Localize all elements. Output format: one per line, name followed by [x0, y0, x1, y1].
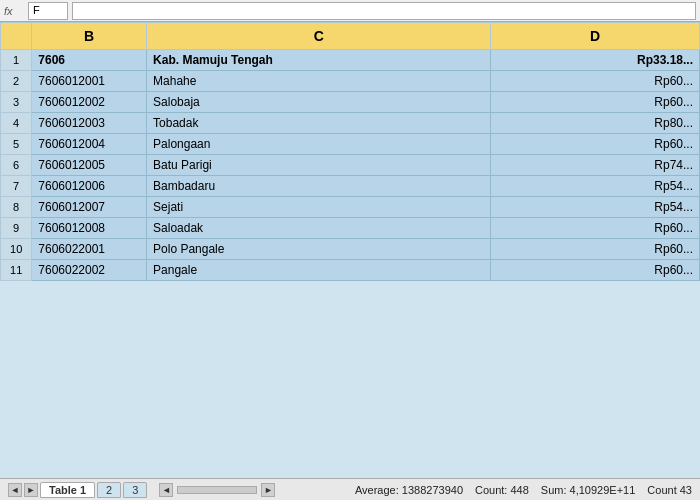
- cell-c[interactable]: Kab. Mamuju Tengah: [147, 50, 491, 71]
- formula-bar: fx F: [0, 0, 700, 22]
- cell-c[interactable]: Polo Pangale: [147, 239, 491, 260]
- row-number: 6: [1, 155, 32, 176]
- row-number: 9: [1, 218, 32, 239]
- fx-icon: fx: [4, 5, 24, 17]
- table-row[interactable]: 57606012004PalongaanRp60...: [1, 134, 700, 155]
- table-row[interactable]: 67606012005Batu ParigiRp74...: [1, 155, 700, 176]
- spreadsheet-table: B C D 17606Kab. Mamuju TengahRp33.18...2…: [0, 22, 700, 472]
- table-row[interactable]: 37606012002SalobajaRp60...: [1, 92, 700, 113]
- cell-c[interactable]: Sejati: [147, 197, 491, 218]
- scroll-right[interactable]: ►: [261, 483, 275, 497]
- cell-c[interactable]: Bambadaru: [147, 176, 491, 197]
- table-row[interactable]: 117606022002PangaleRp60...: [1, 260, 700, 281]
- cell-c[interactable]: Batu Parigi: [147, 155, 491, 176]
- table-row[interactable]: 47606012003TobadakRp80...: [1, 113, 700, 134]
- col-header-b[interactable]: B: [32, 23, 147, 50]
- row-number: 7: [1, 176, 32, 197]
- cell-b[interactable]: 7606022002: [32, 260, 147, 281]
- scroll-nav: ◄ ►: [159, 483, 275, 497]
- col-header-d[interactable]: D: [491, 23, 700, 50]
- table-row[interactable]: 17606Kab. Mamuju TengahRp33.18...: [1, 50, 700, 71]
- cell-d[interactable]: Rp80...: [491, 113, 700, 134]
- cell-b[interactable]: 7606012001: [32, 71, 147, 92]
- col-header-c[interactable]: C: [147, 23, 491, 50]
- cell-d[interactable]: Rp60...: [491, 239, 700, 260]
- tab-scroll-right[interactable]: ►: [24, 483, 38, 497]
- row-number: 4: [1, 113, 32, 134]
- row-number: 5: [1, 134, 32, 155]
- row-number: 2: [1, 71, 32, 92]
- count-43: Count 43: [647, 484, 692, 496]
- cell-b[interactable]: 7606012003: [32, 113, 147, 134]
- count-stat: Count: 448: [475, 484, 529, 496]
- cell-c[interactable]: Tobadak: [147, 113, 491, 134]
- sheet-tab-1[interactable]: Table 1: [40, 482, 95, 498]
- cell-d[interactable]: Rp60...: [491, 134, 700, 155]
- row-number: 1: [1, 50, 32, 71]
- cell-d[interactable]: Rp54...: [491, 176, 700, 197]
- table-row[interactable]: 87606012007SejatiRp54...: [1, 197, 700, 218]
- cell-b[interactable]: 7606012008: [32, 218, 147, 239]
- cell-b[interactable]: 7606012007: [32, 197, 147, 218]
- cell-c[interactable]: Pangale: [147, 260, 491, 281]
- table-row[interactable]: 97606012008SaloadakRp60...: [1, 218, 700, 239]
- horizontal-scrollbar[interactable]: [177, 486, 257, 494]
- cell-c[interactable]: Mahahe: [147, 71, 491, 92]
- cell-b[interactable]: 7606012002: [32, 92, 147, 113]
- scroll-left[interactable]: ◄: [159, 483, 173, 497]
- cell-d[interactable]: Rp60...: [491, 71, 700, 92]
- corner-header: [1, 23, 32, 50]
- table-row[interactable]: 77606012006BambadaruRp54...: [1, 176, 700, 197]
- cell-b[interactable]: 7606022001: [32, 239, 147, 260]
- cell-b[interactable]: 7606: [32, 50, 147, 71]
- average-stat: Average: 1388273940: [355, 484, 463, 496]
- cell-b[interactable]: 7606012004: [32, 134, 147, 155]
- table-row[interactable]: 27606012001MahaheRp60...: [1, 71, 700, 92]
- sum-stat: Sum: 4,10929E+11: [541, 484, 636, 496]
- sheet-tab-2[interactable]: 2: [97, 482, 121, 498]
- row-number: 11: [1, 260, 32, 281]
- cell-c[interactable]: Saloadak: [147, 218, 491, 239]
- cell-d[interactable]: Rp33.18...: [491, 50, 700, 71]
- cell-d[interactable]: Rp74...: [491, 155, 700, 176]
- cell-c[interactable]: Salobaja: [147, 92, 491, 113]
- status-bar: ◄ ► Table 1 2 3 ◄ ► Average: 1388273940 …: [0, 478, 700, 500]
- sheet-tab-3[interactable]: 3: [123, 482, 147, 498]
- cell-b[interactable]: 7606012006: [32, 176, 147, 197]
- row-number: 8: [1, 197, 32, 218]
- cell-c[interactable]: Palongaan: [147, 134, 491, 155]
- cell-reference[interactable]: F: [28, 2, 68, 20]
- cell-b[interactable]: 7606012005: [32, 155, 147, 176]
- cell-d[interactable]: Rp60...: [491, 260, 700, 281]
- table-row[interactable]: 107606022001Polo PangaleRp60...: [1, 239, 700, 260]
- cell-d[interactable]: Rp60...: [491, 218, 700, 239]
- formula-input[interactable]: [72, 2, 696, 20]
- sheet-tabs: ◄ ► Table 1 2 3: [8, 482, 147, 498]
- status-info: Average: 1388273940 Count: 448 Sum: 4,10…: [355, 484, 692, 496]
- cell-d[interactable]: Rp54...: [491, 197, 700, 218]
- row-number: 3: [1, 92, 32, 113]
- cell-d[interactable]: Rp60...: [491, 92, 700, 113]
- row-number: 10: [1, 239, 32, 260]
- tab-scroll-left[interactable]: ◄: [8, 483, 22, 497]
